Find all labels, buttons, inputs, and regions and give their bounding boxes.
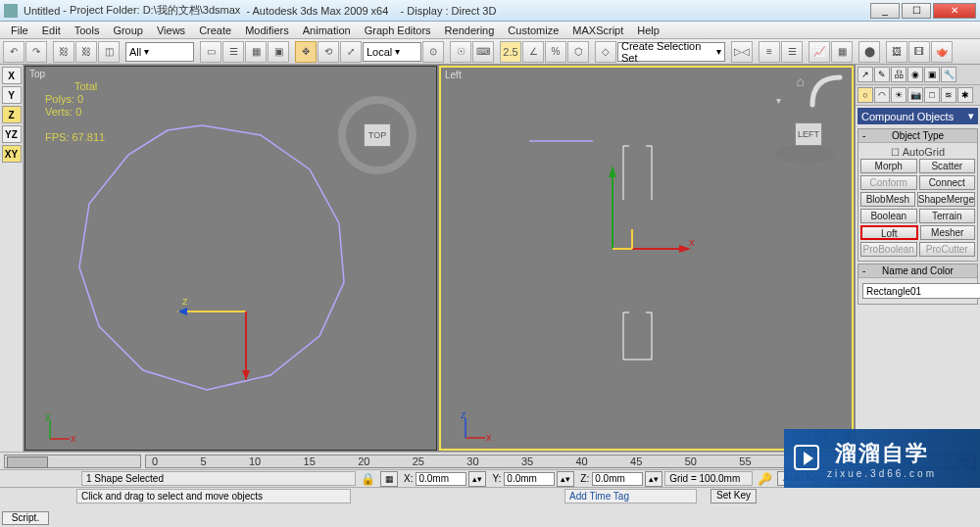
proboolean-button[interactable]: ProBoolean [860, 242, 917, 257]
terrain-button[interactable]: Terrain [919, 209, 976, 223]
lock-icon[interactable]: 🔒 [358, 472, 378, 486]
window-crossing-button[interactable]: ▣ [268, 41, 289, 63]
rollout-header[interactable]: Name and Color [858, 264, 977, 278]
modify-tab-icon[interactable]: ✎ [874, 67, 890, 82]
connect-button[interactable]: Connect [919, 175, 976, 190]
blobmesh-button[interactable]: BlobMesh [860, 192, 915, 207]
render-frame-button[interactable]: 🎞 [908, 41, 930, 63]
snap-percent-button[interactable]: % [545, 41, 566, 63]
select-region-button[interactable]: ▦ [245, 41, 267, 63]
named-sel-button[interactable]: ◇ [595, 41, 616, 63]
lights-tab-icon[interactable]: ☀ [891, 87, 906, 103]
z-spinner[interactable]: ▴▾ [645, 471, 662, 487]
link-button[interactable]: ⛓ [53, 41, 74, 63]
minimize-button[interactable]: _ [870, 3, 900, 19]
morph-button[interactable]: Morph [860, 159, 917, 173]
command-panel: ↗ ✎ 品 ◉ ▣ 🔧 ○ ◠ ☀ 📷 □ ≋ ✱ Compound Objec… [855, 65, 980, 452]
shapes-tab-icon[interactable]: ◠ [874, 87, 890, 103]
helpers-tab-icon[interactable]: □ [924, 87, 940, 103]
motion-tab-icon[interactable]: ◉ [907, 67, 923, 82]
select-name-button[interactable]: ☰ [222, 41, 244, 63]
keyboard-button[interactable]: ⌨ [472, 41, 494, 63]
named-selset-dropdown[interactable]: Create Selection Set ▾ [617, 42, 725, 62]
cameras-tab-icon[interactable]: 📷 [907, 87, 923, 103]
mirror-button[interactable]: ▷◁ [731, 41, 753, 63]
utilities-tab-icon[interactable]: 🔧 [941, 67, 956, 82]
snap-2d-button[interactable]: 2.5 [500, 41, 521, 63]
move-button[interactable]: ✥ [295, 41, 317, 63]
menu-animation[interactable]: Animation [296, 24, 358, 37]
shapemerge-button[interactable]: ShapeMerge [917, 192, 975, 207]
menu-create[interactable]: Create [192, 24, 238, 37]
procutter-button[interactable]: ProCutter [919, 242, 976, 257]
menu-views[interactable]: Views [150, 24, 192, 37]
object-name-field[interactable] [862, 283, 980, 299]
unlink-button[interactable]: ⛓ [75, 41, 97, 63]
x-field[interactable] [416, 472, 466, 486]
svg-text:z: z [461, 408, 466, 420]
menu-edit[interactable]: Edit [35, 24, 68, 37]
layers-button[interactable]: ☰ [781, 41, 803, 63]
systems-tab-icon[interactable]: ✱ [957, 87, 973, 103]
axis-z[interactable]: Z [2, 106, 22, 123]
z-field[interactable] [592, 472, 643, 486]
key-icon[interactable]: 🔑 [755, 472, 775, 486]
menu-grapheditors[interactable]: Graph Editors [358, 24, 438, 37]
axis-y[interactable]: Y [2, 86, 22, 104]
material-button[interactable]: ⬤ [858, 41, 880, 63]
boolean-button[interactable]: Boolean [860, 209, 917, 223]
transform-type-button[interactable]: ▦ [380, 471, 398, 487]
render-button[interactable]: 🫖 [931, 41, 953, 63]
scatter-button[interactable]: Scatter [919, 159, 976, 173]
geometry-tab-icon[interactable]: ○ [858, 87, 873, 103]
curve-editor-button[interactable]: 📈 [808, 41, 830, 63]
viewport-left[interactable]: Left ⌂ ▾ LEFT ▾ [439, 66, 854, 451]
pivot-button[interactable]: ⊙ [422, 41, 444, 63]
time-slider[interactable]: 0 / 100 [4, 455, 141, 468]
render-setup-button[interactable]: 🖼 [886, 41, 907, 63]
create-tab-icon[interactable]: ↗ [858, 67, 873, 82]
close-button[interactable]: ✕ [933, 3, 976, 19]
loft-button[interactable]: Loft [860, 225, 918, 240]
axis-yz[interactable]: YZ [2, 125, 22, 143]
align-button[interactable]: ≡ [759, 41, 780, 63]
mesher-button[interactable]: Mesher [920, 225, 976, 240]
select-button[interactable]: ▭ [200, 41, 221, 63]
scale-button[interactable]: ⤢ [340, 41, 362, 63]
conform-button[interactable]: Conform [860, 175, 917, 190]
axis-x[interactable]: X [2, 67, 22, 84]
redo-button[interactable]: ↷ [25, 41, 47, 63]
menu-modifiers[interactable]: Modifiers [238, 24, 296, 37]
rollout-header[interactable]: Object Type [858, 129, 977, 143]
bind-button[interactable]: ◫ [98, 41, 120, 63]
selection-filter-dropdown[interactable]: All ▾ [125, 42, 194, 62]
schematic-button[interactable]: ▦ [831, 41, 853, 63]
menu-tools[interactable]: Tools [68, 24, 107, 37]
category-dropdown[interactable]: Compound Objects▾ [858, 108, 978, 124]
display-tab-icon[interactable]: ▣ [924, 67, 940, 82]
x-spinner[interactable]: ▴▾ [468, 471, 486, 487]
menu-customize[interactable]: Customize [501, 24, 565, 37]
y-spinner[interactable]: ▴▾ [557, 471, 574, 487]
axis-xy[interactable]: XY [2, 145, 22, 163]
timetag-button[interactable]: Add Time Tag [564, 489, 697, 503]
snap-angle-button[interactable]: ∠ [522, 41, 544, 63]
spinner-snap-button[interactable]: ⬡ [567, 41, 589, 63]
menu-maxscript[interactable]: MAXScript [565, 24, 630, 37]
ref-coord-dropdown[interactable]: Local ▾ [363, 42, 421, 62]
manipulate-button[interactable]: ☉ [450, 41, 471, 63]
viewport-top[interactable]: Top Total Polys: 0 Verts: 0 FPS: 67.811 … [24, 66, 437, 451]
menu-group[interactable]: Group [106, 24, 150, 37]
setkey-button[interactable]: Set Key [710, 489, 757, 503]
maximize-button[interactable]: ☐ [902, 3, 931, 19]
spacewarps-tab-icon[interactable]: ≋ [941, 87, 956, 103]
undo-button[interactable]: ↶ [3, 41, 24, 63]
y-field[interactable] [504, 472, 555, 486]
menu-help[interactable]: Help [630, 24, 666, 37]
rotate-button[interactable]: ⟲ [318, 41, 339, 63]
autogrid-checkbox[interactable]: ☐ AutoGrid [860, 145, 975, 159]
menu-rendering[interactable]: Rendering [438, 24, 502, 37]
menu-file[interactable]: File [4, 24, 35, 37]
script-tab[interactable]: Script. [2, 511, 49, 525]
hierarchy-tab-icon[interactable]: 品 [891, 67, 906, 82]
